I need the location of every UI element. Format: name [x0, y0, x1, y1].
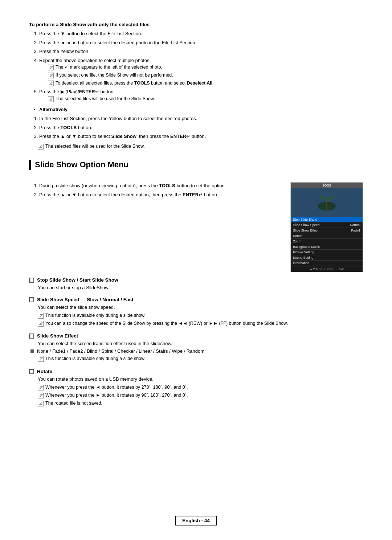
checkbox-icon — [29, 334, 34, 339]
note-icon: ℤ — [38, 385, 44, 390]
note-icon: ℤ — [38, 321, 44, 327]
effect-options: None / Fade1 / Fade2 / Blind / Spiral / … — [30, 348, 363, 354]
note-rotate-1: ℤ Whenever you press the ◄ button, it ro… — [38, 384, 363, 391]
note-step5-1: ℤ The selected files will be used for th… — [48, 95, 363, 102]
tools-menu-footer: ▲▼ Move ↵ Enter ← Exit — [291, 266, 363, 272]
intro-step-3: Press the Yellow button. — [39, 48, 363, 55]
slideshow-speed-heading: Slide Show Speed → Slow / Normal / Fast — [29, 297, 363, 302]
note-rotate-3: ℤ The rotated file is not saved. — [38, 400, 363, 407]
alt-step-1: In the File List Section, press the Yell… — [39, 115, 363, 122]
intro-steps-list: Press the ▼ button to select the File Li… — [39, 30, 363, 102]
rotate-heading: Rotate — [29, 369, 363, 374]
slideshow-effect-heading: Slide Show Effect — [29, 333, 363, 339]
note-effect-1: ℤ This function is available only during… — [38, 355, 363, 362]
main-steps-col: During a slide show (or when viewing a p… — [29, 182, 283, 201]
section-rotate: Rotate You can rotate photos saved on a … — [29, 369, 363, 406]
alt-note: ℤ The selected files will be used for th… — [38, 143, 363, 150]
alternatively-list: Alternatively — [39, 106, 363, 113]
note-speed-2: ℤ You can also change the speed of the S… — [38, 320, 363, 327]
alt-step-3: Press the ▲ or ▼ button to select Slide … — [39, 133, 363, 140]
rotate-label: Rotate — [37, 369, 52, 374]
stop-slideshow-label: Stop Slide Show / Start Slide Show — [37, 277, 118, 283]
note-icon: ℤ — [48, 73, 54, 78]
note-speed-1: ℤ This function is available only during… — [38, 312, 363, 319]
section-stop-slideshow: Stop Slide Show / Start Slide Show You c… — [29, 277, 363, 290]
checkbox-icon — [29, 297, 34, 302]
tools-menu-item-rotate: Rotate — [291, 233, 363, 239]
checkbox-icon — [29, 278, 34, 283]
section-title: Slide Show Option Menu — [29, 160, 363, 170]
stop-slideshow-heading: Stop Slide Show / Start Slide Show — [29, 277, 363, 283]
slideshow-speed-body: You can select the slide show speed. — [38, 304, 363, 310]
note-icon: ℤ — [48, 65, 54, 70]
alt-step-2: Press the TOOLS button. — [39, 124, 363, 131]
tools-menu-item-picsetting: Picture Setting — [291, 250, 363, 255]
note-icon: ℤ — [38, 393, 44, 398]
rotate-body: You can rotate photos saved on a USB mem… — [38, 376, 363, 382]
note-icon: ℤ — [38, 144, 44, 150]
note-icon: ℤ — [38, 313, 44, 319]
intro-step-1: Press the ▼ button to select the File Li… — [39, 30, 363, 37]
note-icon: ℤ — [48, 81, 54, 86]
slideshow-effect-body: You can select the screen transition eff… — [38, 341, 363, 346]
note-icon: ℤ — [38, 356, 44, 362]
section-slideshow-speed: Slide Show Speed → Slow / Normal / Fast … — [29, 297, 363, 327]
section-divider — [29, 177, 363, 177]
main-steps-list: During a slide show (or when viewing a p… — [39, 182, 283, 199]
tools-photo-preview — [291, 188, 363, 217]
note-step4-2: ℤ If you select one file, the Slide Show… — [48, 72, 363, 79]
intro-step-2: Press the ◄ or ► button to select the de… — [39, 39, 363, 46]
tools-menu-item-soundsetting: Sound Setting — [291, 255, 363, 261]
note-step4-3: ℤ To deselect all selected files, press … — [48, 80, 363, 87]
stop-slideshow-body: You can start or stop a SlideShow. — [38, 285, 363, 290]
tools-menu-title: Tools — [291, 183, 363, 188]
page-footer: English - 44 — [0, 516, 392, 525]
palm-tree-icon — [316, 192, 338, 213]
effect-options-label: None / Fade1 / Fade2 / Blind / Spiral / … — [37, 348, 204, 354]
checkbox-icon — [29, 369, 34, 374]
note-step4-1: ℤ The ✓ mark appears to the left of the … — [48, 64, 363, 71]
main-step-1: During a slide show (or when viewing a p… — [39, 182, 283, 189]
tools-menu-item-speed: Slide Show Speed Normal — [291, 222, 363, 228]
intro-heading: To perform a Slide Show with only the se… — [29, 22, 363, 27]
tools-menu-item-bgmusic: Background Music — [291, 244, 363, 250]
page-container: To perform a Slide Show with only the se… — [0, 0, 392, 442]
square-bullet-icon — [30, 349, 34, 353]
slideshow-effect-label: Slide Show Effect — [37, 333, 78, 339]
note-icon: ℤ — [38, 401, 44, 406]
footer-label: English - 44 — [175, 516, 217, 525]
note-icon: ℤ — [48, 96, 54, 102]
intro-step-4: Repeat the above operation to select mul… — [39, 57, 363, 87]
tools-menu-list: Stop Slide Show Slide Show Speed Normal … — [291, 217, 363, 266]
alternatively-item: Alternatively — [39, 106, 363, 113]
tools-menu-item-stop: Stop Slide Show — [291, 217, 363, 222]
tools-menu-image: Tools Stop Slide Show Slide Show Spee — [290, 182, 363, 272]
svg-rect-2 — [326, 201, 327, 210]
tools-menu-item-zoom: Zoom — [291, 239, 363, 244]
main-step-2: Press the ▲ or ▼ button to select the de… — [39, 191, 283, 199]
section-slideshow-effect: Slide Show Effect You can select the scr… — [29, 333, 363, 362]
intro-step-5: Press the ▶ (Play)/ENTER↵ button. ℤ The … — [39, 88, 363, 102]
tools-menu-item-info: Information — [291, 261, 363, 266]
main-content-area: During a slide show (or when viewing a p… — [29, 182, 363, 272]
alt-steps-list: In the File List Section, press the Yell… — [39, 115, 363, 140]
note-rotate-2: ℤ Whenever you press the ► button, it ro… — [38, 392, 363, 399]
tools-menu-item-effect: Slide Show Effect Fade1 — [291, 228, 363, 233]
slideshow-speed-label: Slide Show Speed → Slow / Normal / Fast — [37, 297, 134, 302]
